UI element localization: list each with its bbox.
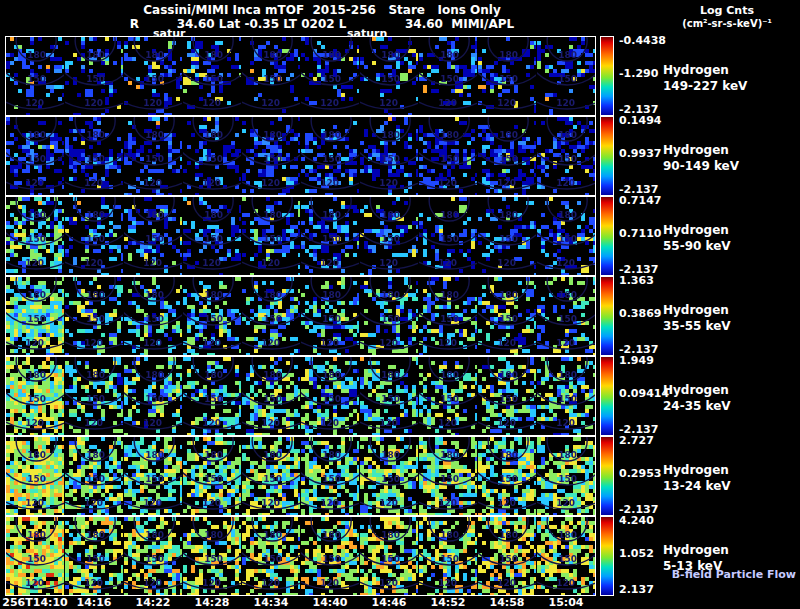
ion-image-panel-r7-c8	[419, 517, 477, 595]
energy-range-label: 35-55 keV	[663, 318, 731, 334]
ion-image-panel-r4-c4	[183, 277, 241, 355]
ion-image-panel-r4-c5	[242, 277, 300, 355]
ion-image-panel-r3-c2	[65, 197, 123, 275]
ion-image-panel-r6-c7	[360, 437, 418, 515]
ion-image-panel-r6-c10	[537, 437, 595, 515]
time-tick-8: 14:52	[430, 596, 465, 609]
ion-image-panel-r6-c6	[301, 437, 359, 515]
ion-image-panel-r2-c10	[537, 117, 595, 195]
orbit-parameters: R 34.60 Lat -0.35 LT 0202 L 34.60 MIMI/A…	[0, 17, 644, 31]
species-label: Hydrogen	[663, 62, 747, 78]
ion-image-panel-r4-c1	[6, 277, 64, 355]
ion-image-panel-r3-c3	[124, 197, 182, 275]
energy-band-label-row-5: Hydrogen24-35 keV	[663, 382, 731, 414]
colorbar-row-2	[600, 116, 614, 196]
species-label: Hydrogen	[663, 302, 731, 318]
time-tick-2: 14:16	[76, 596, 111, 609]
ion-image-panel-r6-c2	[65, 437, 123, 515]
colorbar-row-1	[600, 36, 614, 116]
ion-image-panel-r5-c2	[65, 357, 123, 435]
page-title: Cassini/MIMI Inca mTOF 2015-256 Stare Io…	[0, 3, 644, 17]
ion-image-panel-r7-c7	[360, 517, 418, 595]
colorbar-top-value-row-5: 1.949	[619, 354, 654, 367]
ion-image-panel-r2-c2	[65, 117, 123, 195]
colorbar-mid-value-row-7: 1.052	[619, 547, 654, 560]
ion-image-panel-r4-c8	[419, 277, 477, 355]
colorbar-mid-value-row-2: 0.9937	[619, 147, 661, 160]
colorbar-row-3	[600, 196, 614, 276]
time-tick-9: 14:58	[489, 596, 524, 609]
ion-image-panel-r5-c4	[183, 357, 241, 435]
colorbar-mid-value-row-4: 0.3869	[619, 307, 661, 320]
ion-image-panel-r2-c1	[6, 117, 64, 195]
ion-image-panel-r1-c7	[360, 37, 418, 115]
energy-row-55-90-kev	[6, 197, 595, 275]
colorbar-top-value-row-3: 0.7147	[619, 194, 661, 207]
ion-image-panel-r6-c5	[242, 437, 300, 515]
colorbar-units: Log Cnts (cm²-sr-s-keV)⁻¹	[662, 4, 792, 30]
energy-range-label: 24-35 keV	[663, 398, 731, 414]
time-tick-6: 14:40	[312, 596, 347, 609]
colorbar-mid-value-row-5: 0.09414	[619, 387, 669, 400]
energy-row-24-35-kev	[6, 357, 595, 435]
energy-row-90-149-kev	[6, 117, 595, 195]
ion-image-panel-r4-c2	[65, 277, 123, 355]
ion-image-panel-r2-c5	[242, 117, 300, 195]
colorbar-units-line2: (cm²-sr-s-keV)⁻¹	[662, 17, 792, 30]
ion-image-panel-r1-c1	[6, 37, 64, 115]
energy-range-label: 90-149 keV	[663, 158, 739, 174]
ion-image-panel-r1-c4	[183, 37, 241, 115]
ion-image-panel-r3-c10	[537, 197, 595, 275]
ion-image-panel-r4-c6	[301, 277, 359, 355]
time-tick-3: 14:22	[135, 596, 170, 609]
ion-image-panel-r5-c7	[360, 357, 418, 435]
bfield-particle-flow-label: B-field Particle Flow	[672, 568, 796, 581]
ion-image-panel-r3-c9	[478, 197, 536, 275]
ion-image-panel-r3-c6	[301, 197, 359, 275]
colorbar-top-value-row-6: 2.727	[619, 434, 654, 447]
ion-image-panel-r1-c3	[124, 37, 182, 115]
species-label: Hydrogen	[663, 382, 731, 398]
plot-grid	[5, 36, 596, 596]
time-axis: 256T14:1014:1614:2214:2814:3414:4014:461…	[0, 596, 800, 609]
ion-image-panel-r2-c9	[478, 117, 536, 195]
ion-image-panel-r7-c9	[478, 517, 536, 595]
species-label: Hydrogen	[663, 142, 739, 158]
ion-image-panel-r3-c5	[242, 197, 300, 275]
ion-image-panel-r2-c6	[301, 117, 359, 195]
energy-row-5-13-kev	[6, 517, 595, 595]
ion-image-panel-r6-c9	[478, 437, 536, 515]
energy-row-13-24-kev	[6, 437, 595, 515]
species-label: Hydrogen	[663, 462, 731, 478]
ion-image-panel-r7-c10	[537, 517, 595, 595]
ion-image-panel-r4-c9	[478, 277, 536, 355]
energy-range-label: 149-227 keV	[663, 78, 747, 94]
ion-image-panel-r4-c3	[124, 277, 182, 355]
colorbar-row-6	[600, 436, 614, 516]
ion-image-panel-r5-c1	[6, 357, 64, 435]
ion-image-panel-r2-c8	[419, 117, 477, 195]
energy-row-149-227-kev	[6, 37, 595, 115]
ion-image-panel-r7-c2	[65, 517, 123, 595]
time-tick-1: 256T14:10	[2, 596, 67, 609]
time-tick-5: 14:34	[253, 596, 288, 609]
ion-image-panel-r2-c7	[360, 117, 418, 195]
ion-image-panel-r6-c4	[183, 437, 241, 515]
ion-image-panel-r1-c2	[65, 37, 123, 115]
colorbar-units-line1: Log Cnts	[662, 4, 792, 17]
ion-image-panel-r1-c8	[419, 37, 477, 115]
colorbar-row-4	[600, 276, 614, 356]
ion-image-panel-r3-c4	[183, 197, 241, 275]
colorbar-mid-value-row-3: 0.7110	[619, 227, 661, 240]
colorbar-bot-value-row-7: 2.137	[619, 583, 654, 596]
ion-image-panel-r6-c1	[6, 437, 64, 515]
ion-image-panel-r3-c7	[360, 197, 418, 275]
ion-image-panel-r3-c8	[419, 197, 477, 275]
energy-band-label-row-1: Hydrogen149-227 keV	[663, 62, 747, 94]
energy-band-label-row-2: Hydrogen90-149 keV	[663, 142, 739, 174]
colorbar-row-7	[600, 516, 614, 596]
ion-image-panel-r5-c8	[419, 357, 477, 435]
ion-image-panel-r3-c1	[6, 197, 64, 275]
energy-row-35-55-kev	[6, 277, 595, 355]
ion-image-panel-r1-c5	[242, 37, 300, 115]
